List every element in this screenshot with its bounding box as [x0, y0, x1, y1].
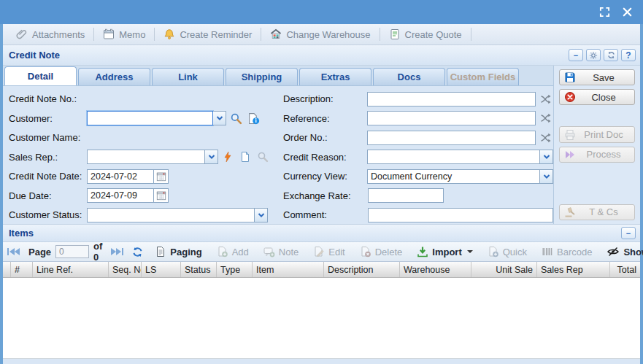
lightning-icon — [222, 151, 234, 163]
exchange-rate-input[interactable] — [368, 188, 444, 203]
column-header-total[interactable]: Total — [610, 262, 640, 277]
credit-reason-input[interactable] — [367, 150, 540, 164]
customer-input[interactable] — [87, 111, 213, 125]
fullscreen-icon[interactable] — [599, 7, 610, 18]
order-no-shuffle-button[interactable] — [537, 131, 553, 145]
sales-rep-label: Sales Rep.: — [6, 152, 87, 163]
import-button[interactable]: Import — [414, 244, 475, 260]
tab-docs[interactable]: Docs — [373, 68, 445, 85]
customer-label: Customer: — [6, 113, 87, 124]
gear-icon — [589, 51, 598, 60]
delete-doc-icon — [360, 246, 371, 257]
tab-detail[interactable]: Detail — [4, 66, 77, 85]
due-date-picker-button[interactable] — [154, 188, 169, 203]
column-header-number[interactable]: # — [11, 262, 33, 277]
last-page-button[interactable] — [116, 244, 123, 259]
credit-reason-label: Credit Reason: — [280, 152, 367, 163]
column-header-seq-no[interactable]: Seq. No. — [109, 262, 142, 277]
chevron-down-icon — [543, 154, 550, 160]
next-page-button[interactable] — [111, 244, 116, 259]
customer-status-input[interactable] — [87, 208, 255, 222]
show-hide-label: Show/Hide — [623, 247, 643, 257]
reference-shuffle-button[interactable] — [537, 111, 553, 125]
shuffle-icon — [539, 132, 552, 144]
paging-button[interactable]: Paging — [152, 244, 204, 260]
credit-note-date-input[interactable] — [87, 169, 154, 184]
gavel-icon — [564, 206, 576, 218]
panel-help-button[interactable]: ? — [621, 49, 636, 61]
paging-label: Paging — [170, 247, 201, 257]
customer-status-dropdown-button[interactable] — [255, 208, 268, 222]
reference-label: Reference: — [280, 113, 367, 124]
add-label: Add — [232, 247, 249, 257]
description-shuffle-button[interactable] — [537, 92, 553, 107]
currency-view-input[interactable] — [367, 169, 540, 184]
credit-reason-dropdown-button[interactable] — [540, 150, 553, 164]
comment-input[interactable] — [368, 208, 553, 222]
printer-icon — [564, 129, 576, 141]
column-header-item[interactable]: Item — [253, 262, 324, 277]
currency-view-dropdown-button[interactable] — [540, 169, 553, 184]
attachments-button[interactable]: Attachments — [9, 26, 92, 43]
change-warehouse-label: Change Warehouse — [286, 29, 370, 40]
sales-rep-doc-button[interactable] — [237, 150, 253, 164]
close-button[interactable]: Close — [559, 89, 635, 105]
memo-button[interactable]: Memo — [96, 26, 153, 43]
panel-refresh-button[interactable] — [604, 49, 618, 61]
column-header-unit-sale[interactable]: Unit Sale — [471, 262, 537, 277]
calendar-icon — [156, 171, 166, 182]
tab-address[interactable]: Address — [78, 68, 150, 85]
due-date-input[interactable] — [87, 188, 154, 203]
sales-rep-dropdown-button[interactable] — [205, 150, 218, 164]
items-grid-body[interactable] — [3, 278, 640, 359]
description-input[interactable] — [367, 92, 536, 107]
import-label: Import — [432, 247, 461, 257]
sales-rep-combobox — [87, 150, 218, 164]
tab-extras[interactable]: Extras — [299, 68, 371, 85]
window-close-icon[interactable] — [622, 7, 633, 18]
first-page-bar — [7, 248, 9, 255]
quick-label: Quick — [503, 247, 527, 257]
shuffle-icon — [539, 112, 552, 124]
save-button[interactable]: Save — [559, 69, 635, 85]
change-warehouse-button[interactable]: Change Warehouse — [263, 26, 377, 43]
customer-name-label: Customer Name: — [6, 132, 87, 143]
sales-rep-input[interactable] — [87, 150, 205, 164]
tab-shipping[interactable]: Shipping — [226, 68, 298, 85]
reference-input[interactable] — [367, 111, 536, 125]
panel-minimize-button[interactable]: − — [569, 49, 583, 61]
grid-refresh-button[interactable] — [132, 244, 143, 259]
calendar-icon — [156, 190, 166, 201]
create-quote-button[interactable]: Create Quote — [382, 26, 469, 43]
column-header-line-ref[interactable]: Line Ref. — [33, 262, 109, 277]
column-header-warehouse[interactable]: Warehouse — [400, 262, 471, 277]
first-page-icon — [9, 248, 15, 255]
toolbar-separator — [261, 28, 261, 41]
sales-rep-flash-button[interactable] — [220, 150, 236, 164]
page-number-input[interactable] — [55, 245, 89, 258]
refresh-icon — [607, 51, 615, 59]
column-header-ls[interactable]: LS — [142, 262, 181, 277]
items-minimize-button[interactable]: − — [621, 227, 636, 239]
order-no-input[interactable] — [367, 131, 536, 145]
first-page-button[interactable] — [7, 244, 15, 259]
customer-search-button[interactable] — [228, 111, 244, 125]
prev-page-button[interactable] — [15, 244, 20, 259]
show-hide-button[interactable]: Show/Hide — [604, 244, 643, 260]
credit-note-date-picker-button[interactable] — [154, 169, 169, 184]
customer-dropdown-button[interactable] — [213, 111, 226, 125]
create-reminder-button[interactable]: Create Reminder — [156, 26, 259, 43]
column-header-type[interactable]: Type — [217, 262, 253, 277]
tcs-button: T & Cs — [559, 204, 635, 220]
toolbar-separator — [471, 28, 471, 41]
customer-info-button[interactable] — [245, 111, 261, 125]
column-header-status[interactable]: Status — [181, 262, 217, 277]
panel-settings-button[interactable] — [586, 49, 601, 61]
column-header-sales-rep[interactable]: Sales Rep — [537, 262, 610, 277]
tab-link[interactable]: Link — [152, 68, 224, 85]
edit-label: Edit — [328, 247, 344, 257]
column-header-description[interactable]: Description — [324, 262, 400, 277]
comment-label: Comment: — [280, 209, 368, 220]
memo-label: Memo — [119, 29, 145, 40]
customer-status-label: Customer Status: — [6, 209, 87, 220]
